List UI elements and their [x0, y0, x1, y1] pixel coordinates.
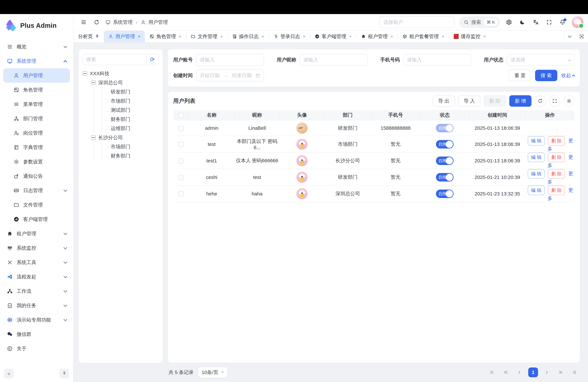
tree-node[interactable]: 长沙分公司 — [83, 133, 159, 142]
status-toggle[interactable]: 启用 — [436, 190, 454, 198]
close-icon[interactable]: × — [483, 34, 486, 39]
table-row[interactable]: ceshi test 研发部门 暂无 启用 2025-01-21 10:20:3… — [173, 169, 575, 186]
fullscreen-icon[interactable] — [545, 20, 553, 25]
nickname-input[interactable]: 请输入 — [299, 54, 368, 66]
notification-bell-icon[interactable] — [558, 19, 567, 25]
table-row[interactable]: test1 仅本人 密码666666 长沙分公司 暂无 启用 2025-01-1… — [173, 152, 575, 169]
sidebar-item-overview[interactable]: 概览 — [3, 40, 70, 54]
sidebar-item-file-management[interactable]: 文件管理 — [3, 198, 70, 212]
tab-tenant-package-management[interactable]: 租户套餐管理 × — [398, 31, 449, 42]
tab-dropdown-button[interactable] — [564, 31, 575, 42]
current-page[interactable]: 1 — [528, 367, 538, 377]
close-icon[interactable]: × — [349, 34, 352, 39]
tab-analysis[interactable]: 分析页 — [74, 31, 104, 42]
sidebar-item-my-tasks[interactable]: 我的任务 — [3, 298, 70, 313]
breadcrumb-item-current[interactable]: 用户管理 — [148, 19, 168, 26]
tab-cache-monitor[interactable]: 缓存监控 × — [449, 31, 490, 42]
account-input[interactable]: 请输入 — [196, 54, 264, 66]
sidebar-pin-button[interactable] — [60, 369, 69, 378]
tab-tenant-management[interactable]: 租户管理 × — [357, 31, 398, 42]
close-icon[interactable]: × — [303, 34, 305, 39]
tree-node[interactable]: 运维部门 — [83, 124, 159, 133]
next-page-button[interactable] — [542, 367, 552, 377]
status-toggle[interactable]: 启用 — [436, 156, 454, 165]
user-avatar[interactable] — [572, 16, 583, 28]
edit-button[interactable]: 编 辑 — [528, 153, 545, 162]
row-checkbox[interactable] — [178, 191, 184, 196]
table-settings-button[interactable] — [564, 95, 575, 106]
row-delete-button[interactable]: 删 除 — [548, 186, 565, 195]
row-delete-button[interactable]: 删 除 — [548, 136, 565, 146]
edit-button[interactable]: 编 辑 — [528, 169, 545, 179]
status-toggle[interactable]: 启用 — [436, 173, 454, 182]
language-translate-icon[interactable] — [531, 19, 540, 25]
sidebar-item-role-management[interactable]: 角色管理 — [3, 83, 70, 97]
forward-pages-button[interactable] — [556, 367, 566, 377]
sidebar-item-client-management[interactable]: 客户端管理 — [3, 212, 70, 226]
tab-role-management[interactable]: 角色管理 × — [145, 31, 186, 42]
tree-node[interactable]: 市场部门 — [83, 96, 159, 106]
delete-button[interactable]: 删 除 — [484, 95, 506, 107]
sidebar-item-about[interactable]: 关于 — [3, 341, 70, 356]
sidebar-item-tenant-management[interactable]: 租户管理 — [3, 226, 70, 241]
add-button[interactable]: 新 增 — [509, 95, 531, 107]
created-date-range[interactable]: 开始日期 → 结束日期 — [196, 70, 264, 81]
sidebar-item-post-management[interactable]: 岗位管理 — [3, 126, 70, 140]
search-button[interactable]: 搜 索 — [535, 70, 557, 81]
tenant-select[interactable]: 选择租户 — [379, 16, 454, 28]
row-checkbox[interactable] — [178, 142, 184, 147]
select-all-checkbox[interactable] — [178, 113, 184, 118]
app-logo[interactable]: Plus Admin — [0, 14, 73, 35]
page-size-select[interactable]: 10条/页 — [198, 367, 228, 378]
table-row[interactable]: hehe haha 深圳总公司 暂无 启用 2025-01-23 13:32:3… — [173, 186, 575, 202]
first-page-button[interactable] — [487, 367, 497, 377]
status-toggle[interactable]: 启用 — [436, 124, 454, 132]
tree-node[interactable]: 财务部门 — [83, 151, 159, 160]
sidebar-item-user-management[interactable]: 用户管理 — [3, 68, 70, 83]
table-refresh-button[interactable] — [535, 95, 546, 106]
collapse-box-icon[interactable] — [91, 80, 96, 85]
table-row[interactable]: admin LinaBell 研发部门 15888888888 启用 2025-… — [173, 120, 575, 136]
sidebar-item-system-monitor[interactable]: 系统监控 — [3, 241, 70, 255]
prev-page-button[interactable] — [514, 367, 524, 377]
close-icon[interactable]: × — [262, 34, 264, 39]
collapse-box-icon[interactable] — [83, 71, 87, 76]
pin-icon[interactable] — [95, 34, 99, 39]
sidebar-item-workflow[interactable]: 工作流 — [3, 284, 70, 298]
edit-button[interactable]: 编 辑 — [528, 186, 545, 195]
close-icon[interactable]: × — [179, 34, 181, 39]
tab-operation-log[interactable]: 操作日志 × — [228, 31, 269, 42]
tree-node[interactable]: 研发部门 — [83, 87, 159, 96]
row-delete-button[interactable]: 删 除 — [548, 169, 565, 179]
phone-input[interactable]: 请输入 — [403, 54, 471, 66]
hamburger-menu-icon[interactable] — [79, 19, 88, 25]
close-icon[interactable]: × — [138, 34, 140, 39]
close-icon[interactable]: × — [442, 34, 444, 39]
sidebar-item-flow-start[interactable]: 流程发起 — [3, 270, 70, 284]
import-button[interactable]: 导 入 — [458, 95, 480, 107]
status-toggle[interactable]: 启用 — [436, 140, 454, 149]
refresh-icon[interactable] — [92, 20, 101, 25]
global-search[interactable]: 搜索 ⌘ K — [459, 16, 500, 28]
tree-node[interactable]: 测试部门 — [83, 106, 159, 115]
content-fullscreen-button[interactable] — [575, 31, 588, 42]
sidebar-item-system-management[interactable]: 系统管理 — [3, 54, 70, 68]
sidebar-item-menu-management[interactable]: 菜单管理 — [3, 97, 70, 111]
row-checkbox[interactable] — [178, 175, 184, 180]
settings-gear-icon[interactable] — [505, 19, 513, 25]
back-pages-button[interactable] — [501, 367, 511, 377]
table-row[interactable]: test 本部门及以下 密码6... 市场部门 暂无 启用 2025-01-13… — [173, 136, 575, 152]
tree-node[interactable]: 财务部门 — [83, 115, 159, 124]
sidebar-item-notice[interactable]: 通知公告 — [3, 169, 70, 183]
tree-node[interactable]: 市场部门 — [83, 142, 159, 151]
tree-node[interactable]: 深圳总公司 — [83, 78, 159, 87]
sidebar-item-log-management[interactable]: 日志管理 — [3, 183, 70, 198]
sidebar-item-dept-management[interactable]: 部门管理 — [3, 111, 70, 126]
tree-node-root[interactable]: XXX科技 — [83, 69, 159, 78]
edit-button[interactable]: 编 辑 — [528, 136, 545, 146]
tree-refresh-button[interactable]: ⟳ — [146, 54, 158, 65]
row-checkbox[interactable] — [178, 126, 184, 131]
status-select[interactable]: 请选择 — [507, 54, 575, 66]
sidebar-item-wechat-group[interactable]: 微信群 — [3, 327, 70, 341]
sidebar-item-param-settings[interactable]: 参数设置 — [3, 155, 70, 169]
